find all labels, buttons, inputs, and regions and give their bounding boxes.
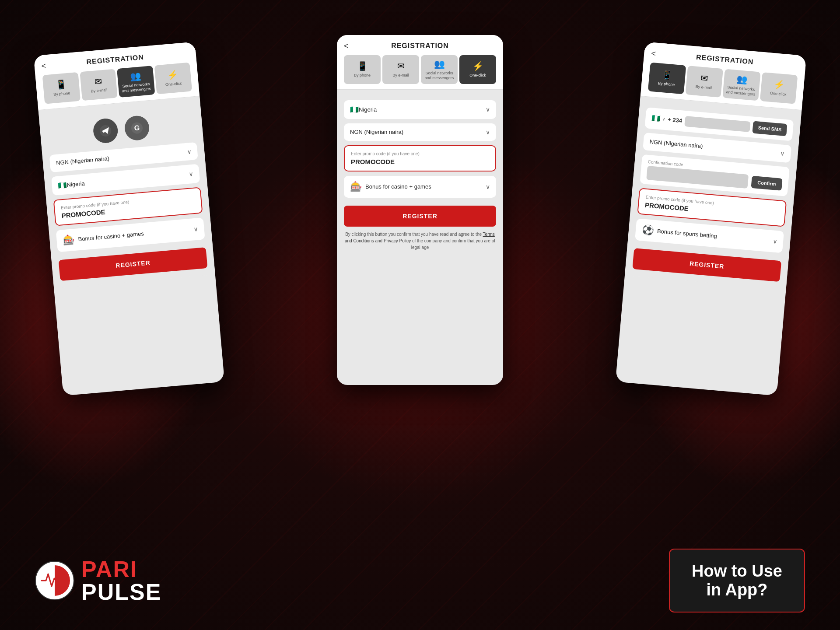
phone-right-tabs: 📱 By phone ✉ By e-mail 👥 Social networks… [648, 63, 798, 104]
phone-left: < REGISTRATION 📱 By phone ✉ By e-mail 👥 … [34, 42, 225, 396]
tab-email-label-left: By e-mail [91, 88, 107, 94]
phone-right-title: REGISTRATION [696, 53, 754, 66]
svg-text:G: G [134, 124, 140, 132]
tab-social-label-right: Social networks and messengers [724, 85, 757, 97]
terms-link[interactable]: Terms and Conditions [345, 232, 495, 243]
tab-by-email-center[interactable]: ✉ By e-mail [382, 55, 419, 84]
tab-by-phone-right[interactable]: 📱 By phone [648, 63, 686, 94]
promo-value-center: PROMOCODE [351, 158, 489, 165]
flag-select-right[interactable]: 🇳🇬 ∨ [651, 114, 666, 123]
phone-left-body: G NGN (Nigerian naira) ∨ 🇳🇬 Nigeria ∨ En… [38, 96, 215, 288]
promo-field-center[interactable]: Enter promo code (if you have one) PROMO… [344, 145, 496, 172]
tab-oneclick-label-right: One-click [770, 91, 787, 97]
chevron-bonus-center: ∨ [486, 183, 490, 190]
register-btn-right[interactable]: REGISTER [632, 248, 781, 282]
register-btn-center[interactable]: REGISTER [344, 206, 496, 227]
email-icon-left: ✉ [94, 76, 102, 87]
register-btn-left[interactable]: REGISTER [59, 247, 208, 281]
bonus-left-row: 🎰 Bonus for casino + games [63, 228, 144, 246]
social-icons-row-left: G [46, 111, 196, 148]
flag-center: 🇳🇬 [350, 105, 359, 114]
logo-icon-svg [35, 561, 74, 600]
tab-social-right[interactable]: 👥 Social networks and messengers [722, 69, 760, 100]
bonus-field-center[interactable]: 🎰 Bonus for casino + games ∨ [344, 176, 496, 198]
how-to-box: How to Use in App? [669, 549, 805, 612]
tab-oneclick-label-left: One-click [165, 81, 182, 88]
social-icon-center: 👥 [434, 59, 445, 69]
tab-social-left[interactable]: 👥 Social networks and messengers [117, 66, 155, 97]
phone-center-body: 🇳🇬 Nigeria ∨ NGN (Nigerian naira) ∨ Ente… [337, 90, 503, 258]
promo-label-center: Enter promo code (if you have one) [351, 151, 489, 156]
currency-select-center[interactable]: NGN (Nigerian naira) ∨ [344, 123, 496, 141]
confirm-btn-right[interactable]: Confirm [751, 175, 782, 190]
chevron-currency-right: ∨ [780, 150, 785, 157]
bottom-section: PARI PULSE How to Use in App? [0, 549, 840, 612]
logo-area: PARI PULSE [35, 558, 161, 603]
phone-left-tabs: 📱 By phone ✉ By e-mail 👥 Social networks… [42, 63, 192, 104]
phone-center: < REGISTRATION 📱 By phone ✉ By e-mail 👥 … [337, 35, 503, 385]
tab-one-click-center[interactable]: ⚡ One-click [459, 55, 496, 84]
tab-one-click-left[interactable]: ⚡ One-click [154, 63, 192, 94]
tab-by-email-left[interactable]: ✉ By e-mail [80, 69, 118, 100]
flag-left: 🇳🇬 [58, 181, 67, 190]
bonus-icon-center: 🎰 [350, 181, 362, 192]
logo-pulse: PULSE [81, 581, 161, 603]
social-icon-right: 👥 [736, 74, 748, 85]
country-select-center[interactable]: 🇳🇬 Nigeria ∨ [344, 100, 496, 119]
tab-phone-label-right: By phone [658, 81, 675, 88]
chevron-country-center: ∨ [486, 106, 490, 113]
chevron-bonus-left: ∨ [193, 225, 198, 233]
chevron-currency-center: ∨ [486, 129, 490, 136]
chevron-bonus-right: ∨ [772, 238, 777, 245]
bonus-text-center: Bonus for casino + games [365, 183, 431, 190]
phone-center-header-row: < REGISTRATION [344, 42, 496, 50]
phone-number-blurred-right [684, 116, 751, 132]
phone-icon-left: 📱 [55, 79, 67, 91]
phone-icon-center: 📱 [357, 61, 368, 71]
terms-text-center: By clicking this button you confirm that… [344, 231, 496, 251]
back-arrow-left[interactable]: < [41, 61, 46, 71]
tab-social-center[interactable]: 👥 Social networks and messengers [421, 55, 458, 84]
send-sms-btn-right[interactable]: Send SMS [752, 121, 788, 136]
bonus-text-right: Bonus for sports betting [657, 228, 717, 240]
phone-icon-right: 📱 [662, 69, 673, 80]
oneclick-icon-left: ⚡ [167, 69, 178, 80]
phone-left-title: REGISTRATION [86, 53, 144, 66]
phone-right-body: 🇳🇬 ∨ + 234 Send SMS NGN (Nigerian naira)… [625, 96, 802, 289]
back-arrow-right[interactable]: < [651, 49, 656, 58]
social-icon-left: 👥 [130, 70, 141, 81]
tab-email-label-right: By e-mail [695, 84, 712, 91]
logo-pari: PARI [81, 558, 161, 581]
email-icon-center: ✉ [397, 61, 405, 71]
bonus-icon-right: ⚽ [641, 224, 654, 236]
back-arrow-center[interactable]: < [344, 42, 349, 51]
privacy-link[interactable]: Privacy Policy [384, 238, 411, 243]
phone-center-tabs: 📱 By phone ✉ By e-mail 👥 Social networks… [344, 55, 496, 84]
telegram-btn-left[interactable] [92, 117, 119, 144]
tab-by-phone-center[interactable]: 📱 By phone [344, 55, 381, 84]
phone-right: < REGISTRATION 📱 By phone ✉ By e-mail 👥 … [616, 42, 807, 396]
google-btn-left[interactable]: G [124, 115, 150, 141]
tab-one-click-right[interactable]: ⚡ One-click [760, 72, 798, 104]
chevron-flag-right: ∨ [662, 117, 665, 122]
flag-emoji-right: 🇳🇬 [651, 114, 661, 123]
currency-value-right: NGN (Nigerian naira) [649, 138, 703, 150]
oneclick-icon-right: ⚡ [773, 79, 785, 91]
logo-text: PARI PULSE [81, 558, 161, 603]
country-row-left: 🇳🇬 Nigeria [58, 179, 85, 189]
tab-oneclick-label-center: One-click [469, 73, 486, 78]
phone-center-header: < REGISTRATION 📱 By phone ✉ By e-mail 👥 … [337, 35, 503, 90]
tab-social-label-center: Social networks and messengers [423, 71, 456, 80]
how-to-line2: in App? [692, 581, 782, 599]
country-value-left: Nigeria [66, 180, 85, 188]
email-icon-right: ✉ [700, 73, 709, 84]
country-value-center: Nigeria [359, 106, 377, 113]
tab-email-label-center: By e-mail [392, 73, 409, 78]
chevron-country-left: ∨ [189, 170, 193, 178]
tab-by-email-right[interactable]: ✉ By e-mail [685, 66, 723, 97]
how-to-line1: How to Use [692, 562, 782, 581]
tab-by-phone-left[interactable]: 📱 By phone [42, 72, 80, 104]
phone-center-title: REGISTRATION [391, 42, 449, 50]
bonus-text-left: Bonus for casino + games [78, 230, 144, 242]
phone-code-right: + 234 [668, 116, 682, 124]
